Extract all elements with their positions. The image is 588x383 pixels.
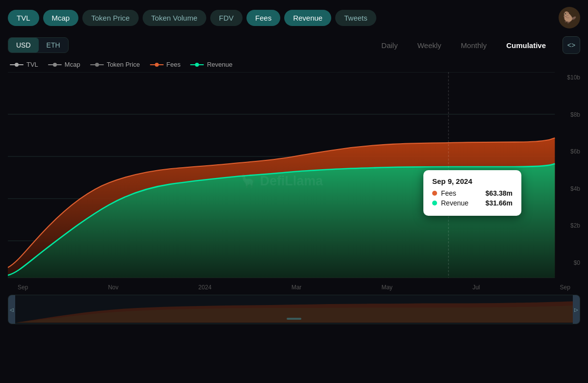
avatar[interactable]: 🦫 — [559, 7, 580, 28]
chart-area[interactable]: 🦙 DefiLlama $10b $8b $6b $4b $2b $0 Sep … — [8, 72, 580, 283]
minimap-handle-right[interactable]: ▷ — [573, 295, 580, 324]
minimap-scrollbar[interactable] — [287, 318, 301, 320]
legend-token-price-line — [90, 64, 104, 65]
legend-fees: Fees — [150, 61, 181, 68]
tab-fdv[interactable]: FDV — [210, 10, 243, 26]
tooltip-fees-value: $63.38m — [486, 189, 513, 197]
legend-mcap: Mcap — [48, 61, 80, 68]
minimap-handle-left[interactable]: ◁ — [8, 295, 15, 324]
tooltip: Sep 9, 2024 Fees $63.38m Revenue $31.66m — [423, 170, 521, 216]
tooltip-revenue-label: Revenue — [441, 199, 468, 207]
legend-revenue-line — [190, 64, 204, 65]
legend-tvl-line — [10, 64, 24, 65]
timeframe-monthly[interactable]: Monthly — [452, 38, 496, 53]
metric-tabs: TVL Mcap Token Price Token Volume FDV Fe… — [8, 10, 376, 26]
tab-revenue[interactable]: Revenue — [284, 10, 331, 26]
y-axis-labels: $10b $8b $6b $4b $2b $0 — [556, 72, 580, 268]
legend-fees-line — [150, 64, 164, 65]
tab-mcap[interactable]: Mcap — [43, 10, 79, 26]
tooltip-fees-row: Fees $63.38m — [432, 189, 513, 197]
nav-expand-button[interactable]: <> — [563, 36, 580, 54]
top-bar: TVL Mcap Token Price Token Volume FDV Fe… — [0, 0, 588, 33]
timeframe-cumulative[interactable]: Cumulative — [497, 38, 555, 53]
legend: TVL Mcap Token Price Fees Revenue — [0, 59, 588, 72]
x-axis-labels: Sep Nov 2024 Mar May Jul Sep — [8, 283, 580, 291]
tooltip-fees-label: Fees — [441, 189, 456, 197]
currency-usd[interactable]: USD — [8, 38, 39, 52]
legend-mcap-line — [48, 64, 62, 65]
minimap[interactable]: ◁ ▷ — [8, 295, 580, 324]
timeframe-daily[interactable]: Daily — [372, 38, 406, 53]
tooltip-revenue-value: $31.66m — [486, 199, 513, 207]
tooltip-revenue-dot — [432, 201, 437, 205]
legend-token-price: Token Price — [90, 61, 140, 68]
watermark-text: 🦙 DefiLlama — [240, 173, 323, 189]
timeframe-weekly[interactable]: Weekly — [409, 38, 450, 53]
legend-tvl: TVL — [10, 61, 38, 68]
controls-bar: USD ETH Daily Weekly Monthly Cumulative … — [0, 33, 588, 59]
tooltip-revenue-row: Revenue $31.66m — [432, 199, 513, 207]
time-group: Daily Weekly Monthly Cumulative — [372, 38, 555, 53]
currency-eth[interactable]: ETH — [39, 38, 68, 52]
tab-token-price[interactable]: Token Price — [82, 10, 138, 26]
legend-revenue: Revenue — [190, 61, 232, 68]
tab-token-volume[interactable]: Token Volume — [143, 10, 206, 26]
currency-group: USD ETH — [8, 37, 69, 53]
tab-tvl[interactable]: TVL — [8, 10, 39, 26]
tab-tweets[interactable]: Tweets — [335, 10, 376, 26]
tooltip-date: Sep 9, 2024 — [432, 177, 513, 185]
tab-fees[interactable]: Fees — [246, 10, 280, 26]
tooltip-fees-dot — [432, 191, 437, 196]
